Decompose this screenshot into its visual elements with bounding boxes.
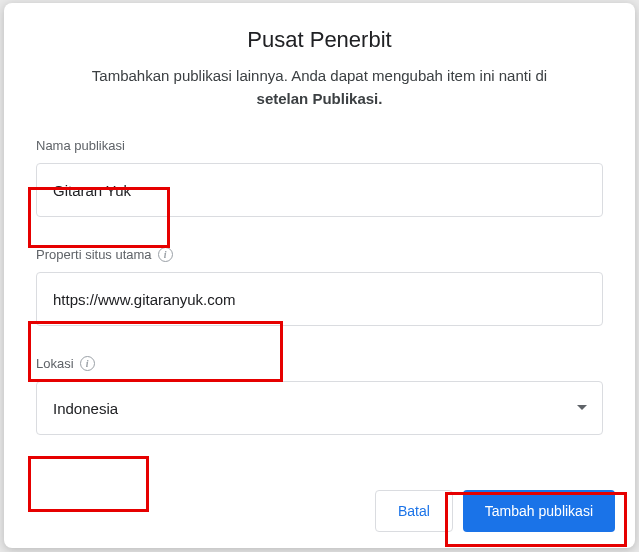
- info-icon[interactable]: i: [80, 356, 95, 371]
- publication-name-group: Nama publikasi: [36, 138, 603, 217]
- subtitle-bold: setelan Publikasi.: [257, 90, 383, 107]
- modal-subtitle: Tambahkan publikasi lainnya. Anda dapat …: [36, 65, 603, 110]
- info-icon[interactable]: i: [158, 247, 173, 262]
- modal-footer: Batal Tambah publikasi: [4, 478, 635, 548]
- subtitle-text: Tambahkan publikasi lainnya. Anda dapat …: [92, 67, 547, 84]
- add-publication-button[interactable]: Tambah publikasi: [463, 490, 615, 532]
- location-label: Lokasi i: [36, 356, 603, 371]
- primary-property-label: Properti situs utama i: [36, 247, 603, 262]
- location-group: Lokasi i: [36, 356, 603, 435]
- primary-property-group: Properti situs utama i: [36, 247, 603, 326]
- publication-name-label: Nama publikasi: [36, 138, 603, 153]
- primary-property-input[interactable]: [36, 272, 603, 326]
- cancel-button[interactable]: Batal: [375, 490, 453, 532]
- modal-content[interactable]: Tambahkan publikasi lainnya. Anda dapat …: [4, 65, 635, 478]
- publisher-center-modal: Pusat Penerbit Tambahkan publikasi lainn…: [4, 3, 635, 548]
- modal-title: Pusat Penerbit: [28, 27, 611, 53]
- publication-name-input[interactable]: [36, 163, 603, 217]
- location-select[interactable]: [36, 381, 603, 435]
- modal-header: Pusat Penerbit: [4, 3, 635, 65]
